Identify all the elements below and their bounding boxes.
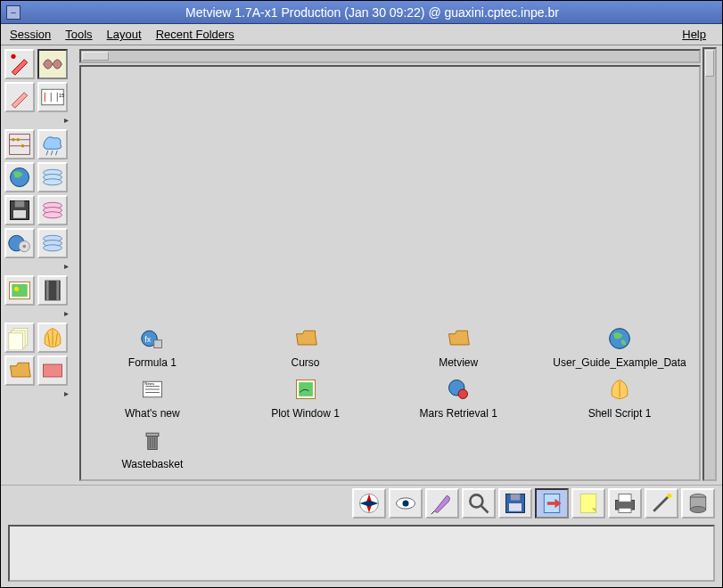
pen-feather-tool[interactable]: [425, 488, 459, 519]
svg-point-1: [11, 54, 15, 59]
svg-point-68: [470, 494, 482, 507]
svg-rect-71: [511, 494, 521, 501]
printer-tool[interactable]: [608, 488, 642, 519]
svg-line-15: [56, 151, 58, 155]
desktop-icon-wastebasket[interactable]: Wastebasket: [121, 425, 183, 470]
menu-recent-folders[interactable]: Recent Folders: [152, 26, 238, 43]
floppy-tool[interactable]: [498, 488, 532, 519]
svg-point-16: [11, 168, 29, 187]
cylinder-icon: [686, 491, 711, 516]
palette-picture-icon[interactable]: [4, 275, 35, 306]
palette-gauge-icon[interactable]: 15: [37, 82, 68, 112]
titlebar: – Metview 1.7A-x1 Production (Jan 30 09:…: [1, 1, 722, 24]
palette-disc-stack-icon[interactable]: [37, 162, 68, 192]
palette-abacus-icon[interactable]: [4, 129, 35, 159]
horizontal-scrollbar[interactable]: [79, 49, 701, 63]
card-red-icon: [40, 358, 65, 383]
note-icon: [576, 491, 601, 516]
compass-tool[interactable]: [352, 488, 386, 519]
palette-expand-arrow[interactable]: ▸: [4, 388, 69, 397]
pen-pink-icon: [7, 85, 32, 110]
palette-film-icon[interactable]: [37, 275, 68, 306]
desktop-icon-formula-1[interactable]: fx Formula 1: [128, 323, 177, 369]
pen-red-icon: [7, 52, 32, 77]
menubar: Session Tools Layout Recent Folders Help: [1, 24, 722, 45]
palette-fly-icon[interactable]: [37, 49, 68, 79]
status-box: [8, 525, 715, 582]
magnifier-tool[interactable]: [462, 488, 496, 519]
svg-point-31: [44, 245, 62, 251]
svg-point-25: [44, 212, 62, 218]
page-blank-tool[interactable]: [535, 488, 569, 519]
palette-globe-icon[interactable]: [4, 162, 35, 192]
rain-icon: [40, 132, 65, 157]
palette-floppy-dark-icon[interactable]: [4, 195, 35, 225]
stack-paper-icon: [7, 325, 32, 350]
note-tool[interactable]: [571, 488, 605, 519]
icon-label: Shell Script 1: [588, 407, 652, 420]
desktop-icon-shell-script-1[interactable]: Shell Script 1: [588, 374, 652, 420]
svg-rect-40: [9, 333, 23, 350]
palette-globe-cd-icon[interactable]: [4, 228, 35, 258]
desktop-icon-user-guide-example-data[interactable]: User_Guide_Example_Data: [553, 323, 686, 369]
desktop-icon-curso[interactable]: Curso: [291, 323, 321, 369]
desktop-icon-metview[interactable]: Metview: [439, 323, 478, 369]
palette-disc-blue-icon[interactable]: [37, 228, 68, 258]
svg-line-14: [51, 151, 53, 155]
svg-rect-22: [13, 210, 26, 218]
svg-rect-33: [12, 284, 28, 297]
desktop-icon-whats-new[interactable]: News What's new: [125, 374, 180, 420]
palette-expand-arrow[interactable]: ▸: [4, 261, 69, 270]
disc-pink-icon: [40, 198, 65, 223]
mars-icon: [443, 374, 473, 404]
svg-line-67: [431, 511, 435, 515]
palette-folder-open-icon[interactable]: [4, 355, 35, 386]
floppy-icon: [503, 491, 528, 516]
palette-rain-icon[interactable]: [37, 129, 68, 159]
menu-layout[interactable]: Layout: [103, 26, 145, 43]
eye-tool[interactable]: [389, 488, 423, 519]
floppy-dark-icon: [7, 198, 32, 223]
earth-icon: [604, 323, 635, 354]
svg-rect-76: [619, 494, 631, 502]
palette-card-red-icon[interactable]: [37, 355, 68, 386]
gauge-icon: 15: [40, 85, 65, 110]
menu-tools[interactable]: Tools: [62, 26, 95, 43]
cylinder-tool[interactable]: [681, 488, 715, 519]
bottom-bar: [1, 485, 722, 587]
palette-shell-icon[interactable]: [37, 323, 68, 353]
icon-label: Wastebasket: [121, 458, 183, 470]
svg-point-28: [23, 245, 27, 249]
window-menu-button[interactable]: –: [6, 5, 21, 20]
svg-rect-37: [56, 281, 59, 301]
palette-expand-arrow[interactable]: ▸: [4, 115, 69, 124]
shell-icon: [40, 325, 65, 350]
menu-help[interactable]: Help: [678, 26, 710, 43]
svg-point-19: [44, 179, 62, 185]
news-icon: News: [137, 374, 168, 404]
desktop-pane[interactable]: fx Formula 1 News What's new Wastebasket…: [79, 65, 701, 481]
disc-blue-icon: [40, 231, 65, 256]
palette-expand-arrow[interactable]: ▸: [4, 308, 69, 317]
desktop-icon-mars-retrieval-1[interactable]: Mars Retrieval 1: [420, 374, 497, 420]
svg-line-13: [46, 151, 48, 155]
film-icon: [40, 278, 65, 303]
feather-pen-icon: [430, 491, 455, 516]
wand-tool[interactable]: [645, 488, 678, 519]
menu-session[interactable]: Session: [6, 26, 54, 43]
svg-rect-46: [154, 340, 162, 348]
svg-point-66: [403, 501, 409, 507]
palette-disc-pink-icon[interactable]: [37, 195, 68, 225]
palette-pen-pink-icon[interactable]: [4, 82, 35, 112]
palette-stack-paper-icon[interactable]: [4, 323, 35, 353]
folder-open-icon: [7, 358, 32, 383]
svg-point-62: [610, 329, 630, 349]
vertical-scrollbar[interactable]: [702, 47, 717, 481]
disc-stack-icon: [40, 165, 65, 190]
icon-label: Mars Retrieval 1: [420, 407, 497, 420]
globe-icon: [7, 165, 32, 190]
desktop-icon-plot-window-1[interactable]: Plot Window 1: [271, 374, 340, 420]
desktop-icons: fx Formula 1 News What's new Wastebasket…: [81, 311, 699, 479]
palette-pen-red-icon[interactable]: [4, 49, 35, 79]
application-window: – Metview 1.7A-x1 Production (Jan 30 09:…: [0, 0, 723, 588]
